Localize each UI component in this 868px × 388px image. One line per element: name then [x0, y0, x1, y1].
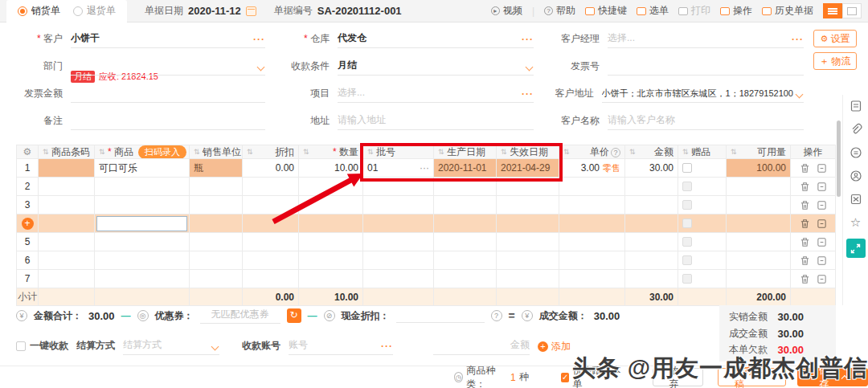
radio-sales-order[interactable]: 销货单: [18, 4, 60, 18]
address-field[interactable]: 请输入地址: [338, 113, 534, 130]
cash-discount-field[interactable]: [396, 308, 485, 323]
sort-icon[interactable]: ⇅: [247, 149, 253, 156]
cell-exp-date[interactable]: 2021-04-29: [497, 159, 559, 178]
radio-return-order[interactable]: 退货单: [73, 4, 116, 18]
sort-icon[interactable]: ⇅: [629, 149, 636, 156]
cell-batch[interactable]: 01···: [363, 159, 434, 178]
delete-icon[interactable]: [800, 255, 810, 266]
cell-product-editing[interactable]: [95, 214, 190, 233]
save-button[interactable]: 保存: [797, 368, 868, 386]
customer-name-field[interactable]: 请输入客户名称: [608, 113, 804, 130]
customer-address-field[interactable]: 小饼干；北京市市辖区东城区，1；18279152100: [602, 88, 804, 103]
chevron-down-icon[interactable]: [257, 63, 265, 71]
header-product[interactable]: ⇅ 商品扫码录入: [95, 145, 190, 159]
header-barcode[interactable]: ⇅ 商品条码: [39, 145, 95, 159]
header-batch[interactable]: ⇅ 批号: [363, 145, 434, 159]
gift-checkbox[interactable]: [682, 163, 692, 173]
sort-icon[interactable]: ⇅: [563, 149, 570, 156]
header-discount[interactable]: ⇅折扣: [243, 145, 299, 159]
stamp-icon[interactable]: [850, 193, 862, 206]
receipt-account-field[interactable]: 账号 ···: [289, 338, 393, 355]
lookup-dots-icon[interactable]: ···: [522, 88, 534, 100]
copy-row-icon[interactable]: [817, 255, 827, 266]
add-row-icon[interactable]: +: [22, 218, 34, 230]
one-click-receipt[interactable]: 一键收款: [16, 339, 68, 355]
logistics-button[interactable]: ＋ 物流: [813, 52, 857, 70]
header-unit[interactable]: ⇅ 销售单位: [190, 145, 243, 159]
help-button[interactable]: ?帮助: [544, 4, 575, 18]
copy-row-icon[interactable]: [817, 182, 827, 192]
chevron-down-icon[interactable]: [796, 91, 804, 99]
table-settings-cell[interactable]: ⚙: [16, 145, 39, 159]
cell-discount[interactable]: 0.00: [243, 159, 299, 178]
coupon-field[interactable]: 无匹配优惠券: [200, 308, 280, 324]
cell-gift[interactable]: [678, 159, 727, 178]
header-gift[interactable]: ⇅ 赠品: [678, 145, 727, 159]
cell-prod-date[interactable]: 2020-11-01: [434, 159, 497, 178]
copy-row-icon[interactable]: [817, 274, 827, 284]
payment-terms-field[interactable]: 月结: [338, 59, 534, 76]
sort-icon[interactable]: ⇅: [367, 149, 374, 156]
question-circle-icon[interactable]: ?: [611, 148, 620, 157]
one-click-checkbox[interactable]: [16, 341, 26, 351]
question-circle-icon[interactable]: ?: [491, 310, 502, 321]
hotkey-button[interactable]: 快捷键: [585, 4, 627, 18]
save-draft-button[interactable]: 保存草稿: [718, 368, 786, 386]
invoice-no-field[interactable]: [608, 72, 804, 76]
history-button[interactable]: 历史单据: [762, 4, 813, 18]
sort-icon[interactable]: ⇅: [194, 149, 200, 156]
cell-price[interactable]: 3.00零售: [559, 159, 625, 178]
lookup-dots-icon[interactable]: ···: [381, 341, 393, 352]
delete-icon[interactable]: [800, 182, 810, 192]
product-input[interactable]: [96, 216, 187, 231]
header-available[interactable]: ⇅可用量: [727, 145, 791, 159]
favorite-star-icon[interactable]: ☆: [850, 216, 861, 228]
cell-unit[interactable]: 瓶: [190, 159, 243, 178]
project-field[interactable]: 选择... ···: [338, 86, 534, 103]
discard-button[interactable]: 放弃: [653, 368, 703, 386]
header-prod-date[interactable]: ⇅ 生产日期: [434, 145, 497, 159]
customer-field[interactable]: 小饼干 ···: [71, 31, 265, 48]
department-field[interactable]: [71, 64, 265, 76]
delete-icon[interactable]: [800, 200, 810, 210]
doc-date-value[interactable]: 2020-11-12: [188, 5, 241, 17]
receipt-amount-field[interactable]: 金额: [433, 338, 530, 355]
header-price[interactable]: ⇅单价?: [559, 145, 625, 159]
fullscreen-expand-button[interactable]: [846, 239, 866, 258]
print-button[interactable]: 打印: [678, 4, 710, 18]
lookup-dots-icon[interactable]: ···: [253, 34, 265, 45]
vertical-scrollbar[interactable]: [837, 120, 841, 197]
detail-circle-icon[interactable]: [850, 146, 862, 159]
settings-button[interactable]: ⚙ 设置: [813, 30, 857, 47]
sort-icon[interactable]: ⇅: [43, 149, 49, 156]
lookup-dots-icon[interactable]: ···: [522, 34, 534, 45]
header-exp-date[interactable]: ⇅ 失效日期: [497, 145, 559, 159]
header-amount[interactable]: ⇅金额: [625, 145, 678, 159]
settle-method-field[interactable]: 结算方式: [123, 338, 219, 355]
cell-amount[interactable]: 30.00: [625, 159, 678, 178]
checked-checkbox-icon[interactable]: ✓: [561, 373, 570, 382]
chevron-down-icon[interactable]: [211, 343, 219, 351]
delete-icon[interactable]: [800, 237, 810, 247]
cell-barcode[interactable]: [39, 159, 95, 178]
copy-row-icon[interactable]: [817, 163, 827, 174]
copy-row-icon[interactable]: [817, 219, 827, 229]
list-view-button[interactable]: [823, 3, 842, 18]
video-button[interactable]: ▸视频: [491, 4, 522, 18]
calendar-icon[interactable]: [246, 6, 256, 16]
cell-product[interactable]: 可口可乐: [95, 159, 190, 178]
lookup-dots-icon[interactable]: ···: [792, 34, 804, 45]
sort-icon[interactable]: ⇅: [99, 149, 105, 156]
add-payment-button[interactable]: + 添加: [538, 340, 571, 355]
sort-icon[interactable]: ⇅: [303, 149, 309, 156]
price-track-option[interactable]: ✓ 价格跟踪本单: [561, 364, 624, 388]
cell-qty[interactable]: 10.00: [299, 159, 363, 178]
delete-icon[interactable]: [800, 274, 810, 284]
scan-entry-button[interactable]: 扫码录入: [138, 145, 186, 159]
chevron-down-icon[interactable]: [526, 63, 534, 71]
header-qty[interactable]: ⇅数量: [299, 145, 363, 159]
invoice-amount-field[interactable]: [71, 100, 265, 103]
warehouse-field[interactable]: 代发仓 ···: [338, 31, 534, 48]
sort-icon[interactable]: ⇅: [438, 149, 444, 156]
attachment-icon[interactable]: [850, 123, 862, 136]
